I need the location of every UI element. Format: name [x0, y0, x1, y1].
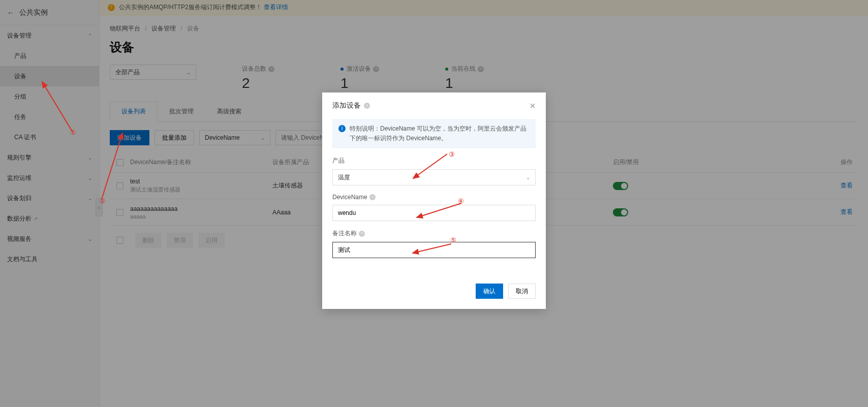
product-label: 产品	[332, 156, 536, 165]
devicename-input[interactable]	[338, 209, 530, 216]
alias-input-wrapper	[332, 242, 536, 258]
help-icon[interactable]: ?	[369, 194, 376, 200]
alias-label: 备注名称 ?	[332, 229, 536, 238]
help-icon[interactable]: ?	[364, 103, 370, 109]
info-icon: i	[338, 125, 346, 132]
product-select[interactable]: 温度 ⌄	[332, 169, 536, 185]
help-icon[interactable]: ?	[359, 231, 365, 237]
close-icon[interactable]: ×	[530, 101, 536, 111]
confirm-button[interactable]: 确认	[476, 284, 503, 299]
add-device-modal: 添加设备 ? × i 特别说明：DeviceName 可以为空，当为空时，阿里云…	[322, 92, 546, 309]
alias-input[interactable]	[338, 246, 530, 254]
cancel-button[interactable]: 取消	[508, 284, 536, 299]
chevron-down-icon: ⌄	[526, 175, 530, 180]
modal-info: i 特别说明：DeviceName 可以为空，当为空时，阿里云会颁发产品下的唯一…	[332, 119, 536, 148]
modal-title: 添加设备	[332, 101, 361, 110]
devicename-input-wrapper	[332, 205, 536, 221]
devicename-label: DeviceName ?	[332, 194, 536, 201]
